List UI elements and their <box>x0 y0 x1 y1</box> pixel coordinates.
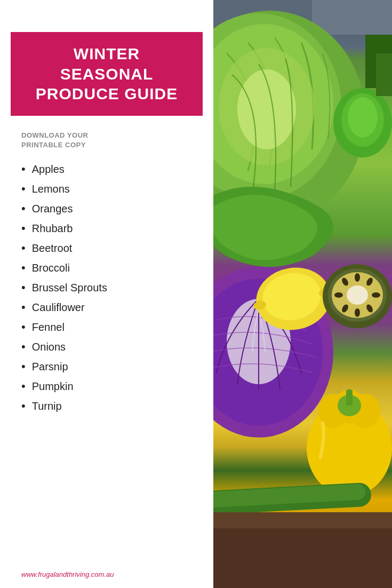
right-photo-panel <box>205 0 392 588</box>
produce-list-item: Broccoli <box>21 258 203 278</box>
produce-list-item: Apples <box>21 160 203 179</box>
produce-list-item: Beetroot <box>21 239 203 258</box>
produce-list-item: Lemons <box>21 179 203 199</box>
svg-point-25 <box>355 308 360 317</box>
svg-point-20 <box>347 285 368 305</box>
svg-point-21 <box>355 273 360 282</box>
produce-list-item: Brussel Sprouts <box>21 278 203 298</box>
page-title: WINTER SEASONAL PRODUCE GUIDE <box>27 44 187 104</box>
produce-list-item: Onions <box>21 337 203 357</box>
svg-point-23 <box>372 292 380 298</box>
produce-list: ApplesLemons OrangesRhubarbBeetrootBrocc… <box>21 160 203 416</box>
produce-list-item: Rhubarb <box>21 219 203 239</box>
produce-list-item: Parsnip <box>21 357 203 377</box>
svg-point-9 <box>348 97 378 138</box>
download-subtitle: DOWNLOAD YOUR PRINTABLE COPY <box>21 131 203 150</box>
left-panel: WINTER SEASONAL PRODUCE GUIDE DOWNLOAD Y… <box>0 0 213 588</box>
svg-rect-40 <box>376 53 392 96</box>
svg-rect-34 <box>346 390 353 406</box>
veg-illustration <box>205 0 392 588</box>
produce-list-item: Oranges <box>21 199 203 219</box>
produce-list-item: Pumpkin <box>21 377 203 396</box>
svg-point-27 <box>334 292 343 298</box>
svg-rect-1 <box>312 0 392 35</box>
produce-list-item: Cauliflower <box>21 298 203 317</box>
produce-list-item: Fennel <box>21 317 203 337</box>
page-wrapper: WINTER SEASONAL PRODUCE GUIDE DOWNLOAD Y… <box>0 0 392 588</box>
vegetable-background <box>205 0 392 588</box>
title-banner: WINTER SEASONAL PRODUCE GUIDE <box>11 32 203 116</box>
svg-rect-38 <box>205 528 392 588</box>
produce-list-item: Turnip <box>21 396 203 416</box>
website-footer[interactable]: www.frugalandthriving.com.au <box>21 570 203 578</box>
